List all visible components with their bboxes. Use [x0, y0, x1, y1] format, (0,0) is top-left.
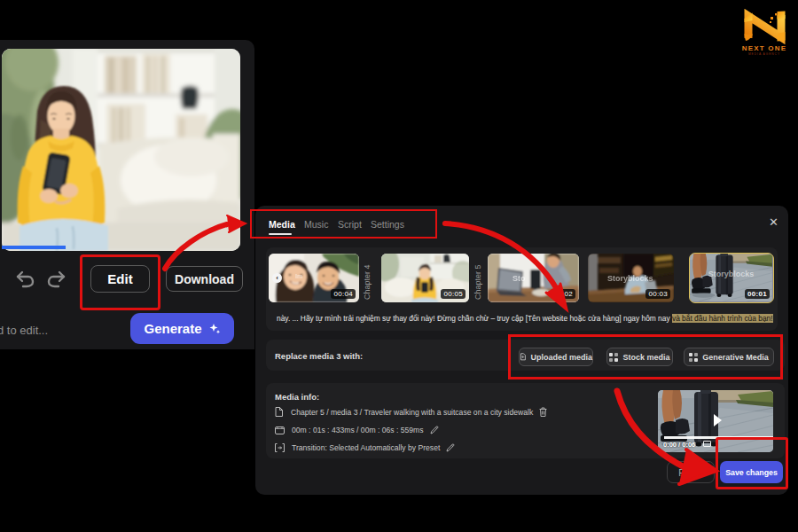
- svg-text:Im: Im: [295, 273, 302, 279]
- svg-text:Sto: Sto: [512, 274, 526, 283]
- svg-text:MEDIA AGENCY: MEDIA AGENCY: [748, 52, 780, 56]
- svg-text:Storyblocks: Storyblocks: [607, 274, 653, 283]
- svg-text:NEXT ONE: NEXT ONE: [742, 44, 787, 52]
